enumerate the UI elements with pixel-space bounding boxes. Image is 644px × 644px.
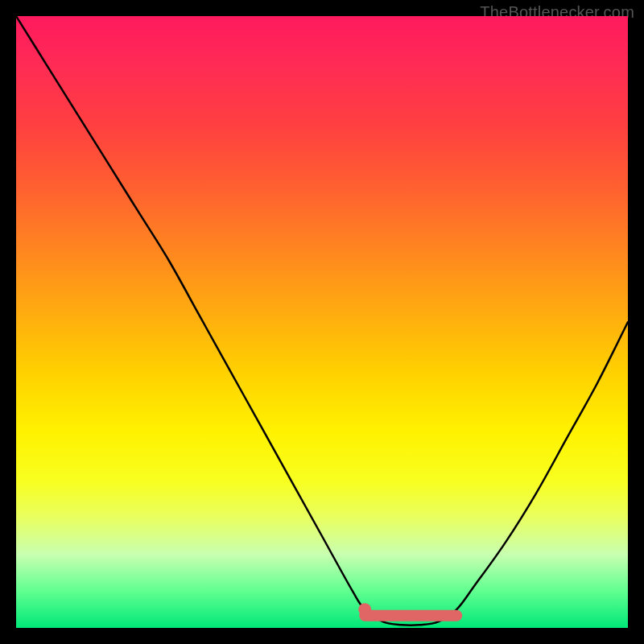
optimal-marker [358,603,371,616]
plot-area [16,16,628,628]
bottleneck-curve [16,16,628,625]
chart-container: TheBottlenecker.com [0,0,644,644]
chart-svg [16,16,628,628]
